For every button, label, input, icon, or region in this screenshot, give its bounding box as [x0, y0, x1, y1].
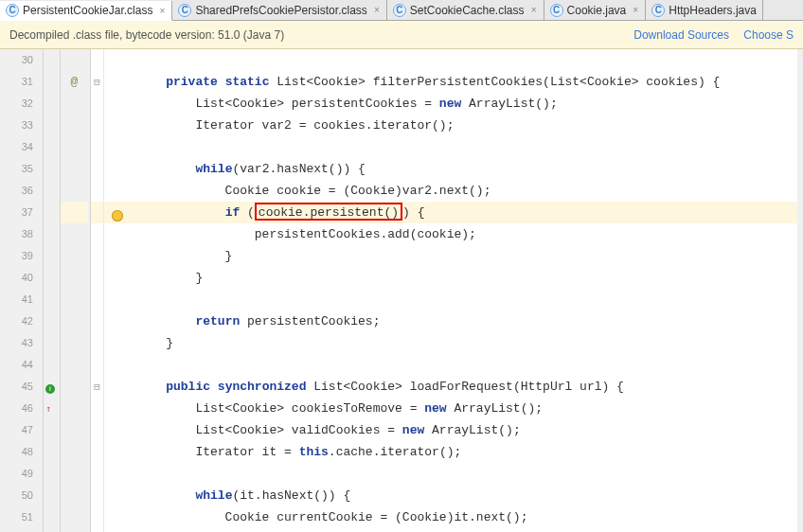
highlighted-expression: cookie.persistent()	[255, 203, 402, 221]
code-line: Cookie currentCookie = (Cookie)it.next()…	[131, 506, 803, 528]
code-line	[131, 463, 803, 485]
close-icon[interactable]: ×	[158, 7, 166, 14]
tab-cookiejava[interactable]: C Cookie.java ×	[544, 0, 647, 20]
line-number: 36	[0, 180, 33, 202]
code-line: Cookie cookie = (Cookie)var2.next();	[131, 180, 803, 202]
code-line: persistentCookies.add(cookie);	[131, 223, 803, 245]
class-file-icon: C	[393, 4, 406, 17]
code-line: List<Cookie> persistentCookies = new Arr…	[131, 93, 803, 115]
tab-setcookiecache[interactable]: C SetCookieCache.class ×	[387, 0, 544, 20]
code-line-highlighted: if (cookie.persistent()) {	[131, 202, 803, 223]
code-line: while(it.hasNext()) {	[131, 485, 803, 506]
code-line: Iterator var2 = cookies.iterator();	[131, 115, 803, 136]
fold-open-icon[interactable]: ⊟	[91, 71, 103, 93]
line-number-gutter: 30 31 32 33 34 35 36 37 38 39 40 41 42 4…	[0, 49, 44, 532]
code-line: return persistentCookies;	[131, 310, 803, 332]
line-number: 40	[0, 267, 33, 289]
close-icon[interactable]: ×	[530, 7, 538, 14]
up-arrow-icon: ↑	[45, 398, 51, 419]
tab-sharedprefscookiepersistor[interactable]: C SharedPrefsCookiePersistor.class ×	[172, 0, 386, 20]
code-line	[131, 289, 803, 310]
tab-label: Cookie.java	[567, 4, 627, 17]
marker-gutter: i↑	[44, 49, 61, 532]
line-number: 49	[0, 463, 33, 485]
line-number: 47	[0, 419, 33, 441]
code-line: }	[131, 267, 803, 289]
choose-sources-link[interactable]: Choose S	[743, 28, 794, 42]
code-line: while(var2.hasNext()) {	[131, 158, 803, 180]
tab-label: PersistentCookieJar.class	[23, 4, 152, 17]
line-number: 51	[0, 506, 33, 528]
line-number: 32	[0, 93, 33, 115]
code-editor[interactable]: 30 31 32 33 34 35 36 37 38 39 40 41 42 4…	[0, 49, 803, 532]
code-line: private static List<Cookie> filterPersis…	[131, 71, 803, 93]
line-number: 50	[0, 485, 33, 506]
info-message: Decompiled .class file, bytecode version…	[9, 28, 284, 42]
class-file-icon: C	[178, 4, 191, 17]
line-number: 33	[0, 115, 33, 136]
editor-tabs: C PersistentCookieJar.class × C SharedPr…	[0, 0, 803, 21]
close-icon[interactable]: ×	[632, 7, 639, 14]
code-line: public synchronized List<Cookie> loadFor…	[131, 376, 803, 398]
line-number: 44	[0, 354, 33, 376]
annotation-gutter: @	[61, 49, 91, 532]
annotation-marker: @	[71, 75, 79, 89]
line-number: 34	[0, 136, 33, 158]
line-number: 48	[0, 441, 33, 463]
line-number: 45	[0, 376, 33, 398]
code-area[interactable]: private static List<Cookie> filterPersis…	[131, 49, 803, 532]
code-line: List<Cookie> cookiesToRemove = new Array…	[131, 398, 803, 419]
tab-label: SharedPrefsCookiePersistor.class	[195, 4, 366, 17]
code-line: }	[131, 245, 803, 267]
code-line: List<Cookie> validCookies = new ArrayLis…	[131, 419, 803, 441]
line-number: 46	[0, 398, 33, 419]
class-file-icon: C	[651, 4, 665, 17]
close-icon[interactable]: ×	[373, 7, 381, 14]
tab-persistentcookiejar[interactable]: C PersistentCookieJar.class ×	[0, 1, 172, 21]
line-number: 30	[0, 49, 33, 71]
info-links: Download Sources Choose S	[622, 28, 794, 42]
intent-gutter	[104, 49, 131, 532]
tab-label: SetCookieCache.class	[410, 4, 525, 17]
code-line: Iterator it = this.cache.iterator();	[131, 441, 803, 463]
line-number: 35	[0, 158, 33, 180]
code-line: }	[131, 332, 803, 354]
code-line	[131, 49, 803, 71]
line-number: 39	[0, 245, 33, 267]
class-file-icon: C	[550, 4, 563, 17]
lightbulb-icon[interactable]	[112, 210, 123, 222]
class-file-icon: C	[6, 4, 19, 17]
line-number: 42	[0, 310, 33, 332]
editor-scrollbar[interactable]	[797, 49, 803, 532]
tab-httpheaders[interactable]: C HttpHeaders.java	[646, 0, 763, 20]
line-number: 37	[0, 202, 33, 223]
download-sources-link[interactable]: Download Sources	[633, 28, 729, 42]
line-number: 31	[0, 71, 33, 93]
fold-open-icon[interactable]: ⊟	[91, 376, 103, 398]
implements-icon[interactable]: i	[45, 384, 55, 394]
decompiled-info-bar: Decompiled .class file, bytecode version…	[0, 21, 803, 49]
line-number: 41	[0, 289, 33, 310]
code-line	[131, 136, 803, 158]
tab-label: HttpHeaders.java	[669, 4, 757, 17]
fold-gutter: ⊟ ⊟	[91, 49, 104, 532]
line-number: 38	[0, 223, 33, 245]
line-number: 43	[0, 332, 33, 354]
code-line	[131, 354, 803, 376]
